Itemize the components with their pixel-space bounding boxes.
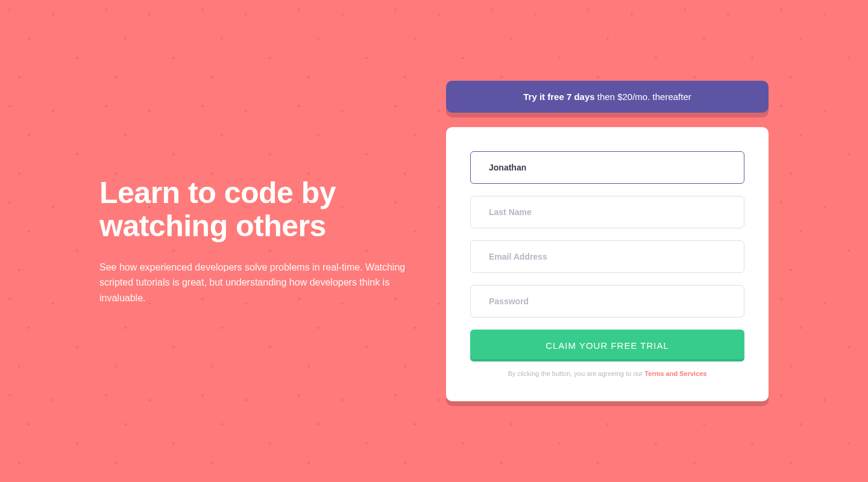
last-name-input[interactable] — [470, 196, 744, 228]
trial-banner[interactable]: Try it free 7 days then $20/mo. thereaft… — [446, 81, 769, 113]
claim-trial-button[interactable]: CLAIM YOUR FREE TRIAL — [470, 330, 744, 362]
password-input[interactable] — [470, 285, 744, 318]
terms-text: By clicking the button, you are agreeing… — [470, 370, 744, 377]
terms-link[interactable]: Terms and Services — [644, 370, 706, 377]
hero-heading: Learn to code by watching others — [99, 177, 416, 243]
hero-subtext: See how experienced developers solve pro… — [99, 260, 416, 306]
terms-prefix: By clicking the button, you are agreeing… — [508, 370, 645, 377]
hero-section: Learn to code by watching others See how… — [99, 177, 416, 306]
signup-card: CLAIM YOUR FREE TRIAL By clicking the bu… — [446, 127, 769, 401]
first-name-input[interactable] — [470, 151, 744, 184]
banner-bold-text: Try it free 7 days — [523, 92, 594, 102]
email-input[interactable] — [470, 240, 744, 273]
signup-section: Try it free 7 days then $20/mo. thereaft… — [446, 81, 769, 401]
main-container: Learn to code by watching others See how… — [0, 0, 868, 482]
banner-rest-text: then $20/mo. thereafter — [595, 92, 691, 102]
